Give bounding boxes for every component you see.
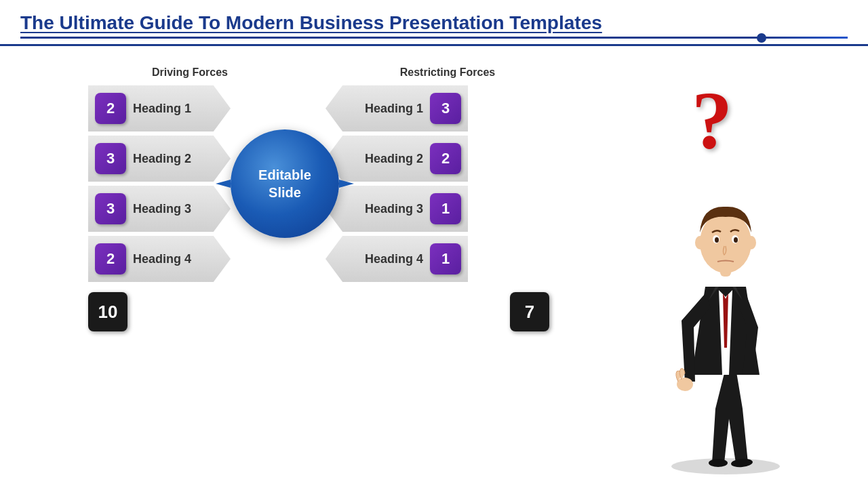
left-row-1: 2 Heading 1 <box>88 85 244 131</box>
svg-point-9 <box>734 237 738 243</box>
right-arrow-body-4: Heading 4 1 <box>326 236 468 282</box>
right-heading-3: Heading 3 <box>339 202 423 216</box>
left-arrow-body-1: 2 Heading 1 <box>88 85 231 131</box>
header: The Ultimate Guide To Modern Business Pr… <box>0 0 868 46</box>
right-row-4: Heading 4 1 <box>326 236 481 282</box>
left-badge-1: 2 <box>95 93 126 124</box>
right-heading-1: Heading 1 <box>339 102 423 116</box>
svg-point-5 <box>700 212 751 273</box>
left-heading-4: Heading 4 <box>133 252 217 266</box>
center-circle: EditableSlide <box>231 129 339 238</box>
left-badge-2: 3 <box>95 143 126 174</box>
left-arrow-body-3: 3 Heading 3 <box>88 186 231 232</box>
right-badge-1: 3 <box>430 93 461 124</box>
left-total-badge: 10 <box>88 292 127 331</box>
svg-point-3 <box>677 378 693 391</box>
right-row-2: Heading 2 2 <box>326 136 481 182</box>
left-heading-3: Heading 3 <box>133 202 217 216</box>
left-heading-1: Heading 1 <box>133 102 217 116</box>
right-row-1: Heading 1 3 <box>326 85 481 131</box>
right-arrow-body-2: Heading 2 2 <box>326 136 468 182</box>
right-arrow-body-3: Heading 3 1 <box>326 186 468 232</box>
diagram-area: Driving Forces Restricting Forces 2 Head… <box>14 53 624 483</box>
right-row-3: Heading 3 1 <box>326 186 481 232</box>
right-arrow-body-1: Heading 1 3 <box>326 85 468 131</box>
svg-point-8 <box>715 237 719 243</box>
business-figure <box>637 151 814 476</box>
header-divider <box>20 37 848 39</box>
left-heading-2: Heading 2 <box>133 152 217 166</box>
driving-forces-label: Driving Forces <box>95 66 285 79</box>
column-labels: Driving Forces Restricting Forces <box>95 66 542 79</box>
left-arrow-body-4: 2 Heading 4 <box>88 236 231 282</box>
totals-row: 10 7 <box>88 292 549 331</box>
right-heading-4: Heading 4 <box>339 252 423 266</box>
svg-point-1 <box>709 459 728 467</box>
right-total-badge: 7 <box>510 292 549 331</box>
right-badge-4: 1 <box>430 243 461 274</box>
svg-point-11 <box>747 236 756 249</box>
main-content: Driving Forces Restricting Forces 2 Head… <box>0 46 868 488</box>
left-row-2: 3 Heading 2 <box>88 136 244 182</box>
right-badge-3: 1 <box>430 193 461 224</box>
left-badge-3: 3 <box>95 193 126 224</box>
center-text: EditableSlide <box>258 166 311 201</box>
left-row-3: 3 Heading 3 <box>88 186 244 232</box>
page-title: The Ultimate Guide To Modern Business Pr… <box>20 12 848 34</box>
right-heading-2: Heading 2 <box>339 152 423 166</box>
left-arrow-body-2: 3 Heading 2 <box>88 136 231 182</box>
svg-point-10 <box>695 236 705 249</box>
question-mark-icon: ? <box>692 80 732 161</box>
restricting-forces-label: Restricting Forces <box>353 66 542 79</box>
right-badge-2: 2 <box>430 143 461 174</box>
force-diagram: 2 Heading 1 3 Heading 2 <box>88 85 549 282</box>
figure-area: ? <box>624 53 854 483</box>
left-row-4: 2 Heading 4 <box>88 236 244 282</box>
left-badge-4: 2 <box>95 243 126 274</box>
